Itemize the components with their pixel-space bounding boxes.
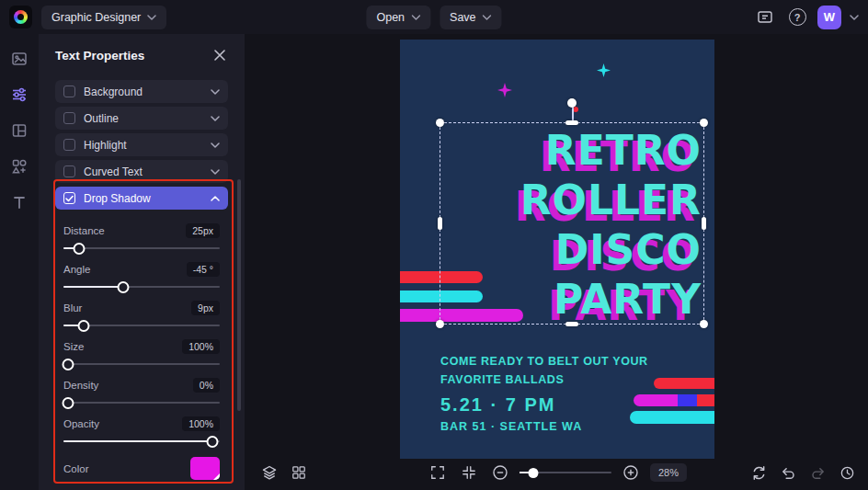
resize-handle-left[interactable] — [438, 217, 442, 230]
resize-handle-top[interactable] — [565, 120, 578, 125]
layers-button[interactable] — [257, 461, 281, 484]
panel-header: Text Properties — [55, 47, 228, 63]
size-slider[interactable] — [63, 358, 220, 370]
app-logo[interactable] — [9, 6, 32, 28]
density-label: Density — [63, 380, 98, 391]
chevron-up-icon — [211, 196, 220, 201]
redo-button[interactable] — [805, 461, 829, 484]
size-value[interactable]: 100% — [182, 339, 220, 354]
slider-knob[interactable] — [63, 359, 74, 370]
resize-handle-bottom-right[interactable] — [700, 320, 708, 328]
blur-control: Blur 9px — [63, 300, 220, 332]
user-avatar[interactable]: W — [817, 6, 841, 29]
selection-box[interactable] — [440, 122, 704, 325]
text-tool-button[interactable] — [9, 192, 29, 212]
section-outline[interactable]: Outline — [55, 107, 228, 130]
help-button[interactable]: ? — [785, 6, 809, 29]
slider-knob[interactable] — [78, 320, 90, 332]
photos-tool-button[interactable] — [9, 49, 29, 69]
angle-value[interactable]: -45 ° — [187, 262, 220, 277]
rotation-handle[interactable] — [567, 98, 577, 108]
chat-icon — [757, 9, 773, 26]
section-label: Outline — [84, 112, 211, 125]
open-button[interactable]: Open — [366, 6, 430, 29]
outline-checkbox[interactable] — [63, 112, 75, 124]
color-label: Color — [63, 463, 88, 474]
avatar-initial: W — [824, 10, 835, 24]
section-curved-text[interactable]: Curved Text — [55, 160, 228, 183]
distance-value[interactable]: 25px — [186, 223, 220, 238]
poster-design[interactable]: RETRO ROLLER DISCO PARTY COME READY TO B… — [400, 40, 714, 459]
blur-value[interactable]: 9px — [191, 301, 220, 315]
distance-slider[interactable] — [63, 242, 220, 255]
zoom-out-button[interactable] — [488, 461, 512, 484]
curved-text-checkbox[interactable] — [63, 165, 75, 177]
undo-button[interactable] — [776, 461, 800, 484]
resize-handle-bottom-left[interactable] — [436, 320, 444, 328]
shapes-icon — [11, 158, 28, 175]
elements-tool-button[interactable] — [9, 156, 29, 177]
panel-scrollbar[interactable] — [237, 179, 241, 411]
zoom-in-button[interactable] — [619, 461, 643, 484]
sync-icon — [751, 465, 767, 481]
poster-subtitle-text[interactable]: COME READY TO BELT OUT YOUR FAVORITE BAL… — [440, 352, 648, 389]
stripe-multi-right — [634, 394, 714, 406]
slider-knob[interactable] — [74, 243, 86, 255]
background-checkbox[interactable] — [63, 85, 75, 97]
resize-handle-bottom[interactable] — [565, 322, 578, 326]
slider-knob[interactable] — [63, 397, 74, 409]
distance-label: Distance — [63, 225, 105, 236]
canvas-area[interactable]: RETRO ROLLER DISCO PARTY COME READY TO B… — [245, 34, 868, 490]
graphic-designer-menu[interactable]: Graphic Designer — [41, 6, 166, 29]
sliders-icon — [11, 86, 28, 103]
templates-tool-button[interactable] — [9, 120, 29, 141]
resize-handle-top-right[interactable] — [700, 119, 708, 127]
density-slider[interactable] — [63, 396, 220, 409]
section-highlight[interactable]: Highlight — [55, 133, 228, 156]
minus-circle-icon — [492, 464, 508, 481]
drop-shadow-controls: Distance 25px Angle -45 ° Blur — [55, 213, 228, 480]
poster-venue-text[interactable]: BAR 51 · SEATTLE WA — [440, 420, 582, 433]
history-button[interactable] — [835, 461, 859, 484]
zoom-slider-knob[interactable] — [528, 468, 538, 478]
section-label: Curved Text — [84, 165, 211, 178]
angle-control: Angle -45 ° — [63, 261, 220, 293]
bottom-toolbar: 28% — [245, 455, 868, 490]
angle-slider[interactable] — [63, 280, 220, 293]
close-panel-button[interactable] — [211, 47, 228, 63]
resize-handle-top-left[interactable] — [436, 119, 444, 127]
sparkle-magenta-icon — [497, 83, 512, 97]
top-bar: Graphic Designer Open Save ? W — [0, 0, 868, 34]
open-label: Open — [376, 11, 405, 24]
properties-tool-button[interactable] — [9, 85, 29, 105]
poster-datetime-text[interactable]: 5.21 · 7 PM — [440, 394, 555, 416]
fit-to-screen-button[interactable] — [426, 461, 450, 484]
distance-control: Distance 25px — [63, 222, 220, 255]
text-properties-panel: Text Properties Background Outline Highl… — [39, 34, 245, 490]
pages-button[interactable] — [287, 461, 311, 484]
actual-size-button[interactable] — [457, 461, 481, 484]
density-value[interactable]: 0% — [193, 378, 220, 393]
refresh-button[interactable] — [747, 461, 771, 484]
slider-knob[interactable] — [117, 281, 129, 293]
opacity-value[interactable]: 100% — [182, 416, 220, 431]
feedback-button[interactable] — [753, 6, 777, 29]
save-label: Save — [450, 11, 476, 24]
image-icon — [11, 51, 28, 67]
color-swatch[interactable] — [190, 457, 220, 480]
drop-shadow-checkbox[interactable] — [63, 192, 75, 204]
template-icon — [11, 122, 28, 139]
account-chevron-down-icon[interactable] — [850, 15, 859, 20]
zoom-level-badge[interactable]: 28% — [650, 463, 687, 482]
section-background[interactable]: Background — [55, 80, 228, 103]
section-drop-shadow[interactable]: Drop Shadow — [55, 187, 228, 210]
slider-knob[interactable] — [206, 436, 218, 448]
resize-handle-right[interactable] — [702, 217, 706, 230]
opacity-slider[interactable] — [63, 435, 220, 448]
blur-slider[interactable] — [63, 319, 220, 332]
highlight-checkbox[interactable] — [63, 139, 75, 151]
section-label: Background — [84, 85, 211, 98]
history-clock-icon — [839, 465, 855, 481]
save-button[interactable]: Save — [440, 6, 502, 29]
zoom-slider[interactable] — [520, 467, 611, 478]
